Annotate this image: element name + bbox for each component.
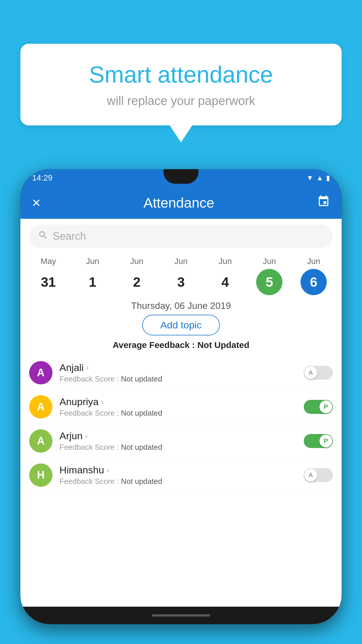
student-chevron-2: › (85, 431, 87, 441)
toggle-knob-1: P (319, 400, 332, 413)
speech-bubble-title: Smart attendance (44, 61, 318, 88)
student-feedback-1: Feedback Score : Not updated (59, 409, 304, 418)
search-placeholder: Search (53, 230, 86, 242)
student-chevron-1: › (101, 397, 103, 407)
toggle-knob-3: A (304, 469, 317, 482)
phone-notch (164, 169, 198, 184)
cal-month-2: Jun (130, 257, 143, 266)
student-info-2: Arjun ›Feedback Score : Not updated (59, 430, 304, 452)
status-time: 14:29 (32, 173, 52, 183)
student-avatar-1: A (29, 395, 52, 419)
cal-date-3: 3 (168, 269, 194, 295)
student-chevron-3: › (106, 466, 109, 475)
student-chevron-0: › (86, 363, 89, 372)
student-name-1: Anupriya › (59, 396, 304, 407)
cal-month-6: Jun (307, 257, 320, 266)
cal-date-6: 6 (301, 269, 327, 295)
search-bar[interactable]: Search (29, 225, 333, 248)
avg-feedback-value: Not Updated (197, 340, 249, 350)
status-icons: ▼ ▲ ▮ (306, 174, 330, 182)
cal-date-5: 5 (256, 269, 282, 295)
calendar-icon[interactable] (317, 195, 330, 211)
avg-feedback: Average Feedback : Not Updated (20, 340, 342, 350)
cal-month-3: Jun (174, 257, 187, 266)
student-toggle-0[interactable]: A (304, 366, 333, 380)
battery-icon: ▮ (326, 174, 330, 182)
close-button[interactable]: × (32, 194, 41, 211)
cal-date-0: 31 (35, 269, 61, 295)
wifi-icon: ▼ (306, 174, 313, 182)
toggle-knob-0: A (304, 366, 317, 379)
add-topic-button[interactable]: Add topic (142, 315, 220, 335)
app-header: × Attendance (20, 187, 342, 219)
app-title: Attendance (143, 195, 214, 211)
toggle-knob-2: P (319, 435, 332, 447)
phone-frame: 14:29 ▼ ▲ ▮ × Attendance Search May3 (20, 169, 342, 624)
calendar-day-1[interactable]: Jun1 (74, 257, 112, 295)
cal-date-1: 1 (80, 269, 106, 295)
cal-date-4: 4 (212, 269, 238, 295)
cal-month-5: Jun (263, 257, 276, 266)
cal-month-4: Jun (219, 257, 232, 266)
calendar-day-3[interactable]: Jun3 (162, 257, 200, 295)
speech-bubble: Smart attendance will replace your paper… (20, 44, 342, 125)
student-list: AAnjali ›Feedback Score : Not updatedAAA… (20, 356, 342, 492)
student-toggle-2[interactable]: P (304, 434, 333, 448)
student-name-3: Himanshu › (59, 464, 304, 476)
student-feedback-3: Feedback Score : Not updated (59, 477, 304, 486)
student-feedback-0: Feedback Score : Not updated (59, 374, 304, 384)
student-name-2: Arjun › (59, 430, 304, 442)
speech-bubble-tail (169, 125, 193, 142)
student-toggle-3[interactable]: A (304, 468, 333, 482)
signal-icon: ▲ (316, 174, 323, 182)
cal-month-1: Jun (86, 257, 99, 266)
cal-date-2: 2 (124, 269, 150, 295)
phone-bottom (20, 607, 342, 624)
speech-bubble-container: Smart attendance will replace your paper… (20, 44, 342, 142)
calendar-day-6[interactable]: Jun6 (295, 257, 333, 295)
calendar-day-5[interactable]: Jun5 (250, 257, 288, 295)
avg-feedback-label: Average Feedback : (113, 340, 197, 350)
home-indicator (152, 614, 210, 617)
student-info-3: Himanshu ›Feedback Score : Not updated (59, 464, 304, 486)
student-item-3[interactable]: HHimanshu ›Feedback Score : Not updatedA (26, 458, 336, 492)
student-item-2[interactable]: AArjun ›Feedback Score : Not updatedP (26, 424, 336, 458)
calendar-day-2[interactable]: Jun2 (118, 257, 156, 295)
search-icon (38, 230, 48, 243)
student-avatar-0: A (29, 361, 52, 384)
student-item-0[interactable]: AAnjali ›Feedback Score : Not updatedA (26, 356, 336, 390)
selected-date: Thursday, 06 June 2019 (20, 300, 342, 311)
speech-bubble-subtitle: will replace your paperwork (44, 94, 318, 108)
student-item-1[interactable]: AAnupriya ›Feedback Score : Not updatedP (26, 390, 336, 424)
student-toggle-1[interactable]: P (304, 400, 333, 414)
student-feedback-2: Feedback Score : Not updated (59, 443, 304, 452)
cal-month-0: May (41, 257, 56, 266)
calendar-day-4[interactable]: Jun4 (206, 257, 244, 295)
calendar-row: May31Jun1Jun2Jun3Jun4Jun5Jun6 (20, 254, 342, 295)
calendar-day-0[interactable]: May31 (29, 257, 67, 295)
phone-screen: Search May31Jun1Jun2Jun3Jun4Jun5Jun6 Thu… (20, 219, 342, 624)
student-name-0: Anjali › (59, 362, 304, 373)
student-avatar-3: H (29, 463, 52, 487)
student-avatar-2: A (29, 429, 52, 453)
student-info-1: Anupriya ›Feedback Score : Not updated (59, 396, 304, 418)
student-info-0: Anjali ›Feedback Score : Not updated (59, 362, 304, 384)
